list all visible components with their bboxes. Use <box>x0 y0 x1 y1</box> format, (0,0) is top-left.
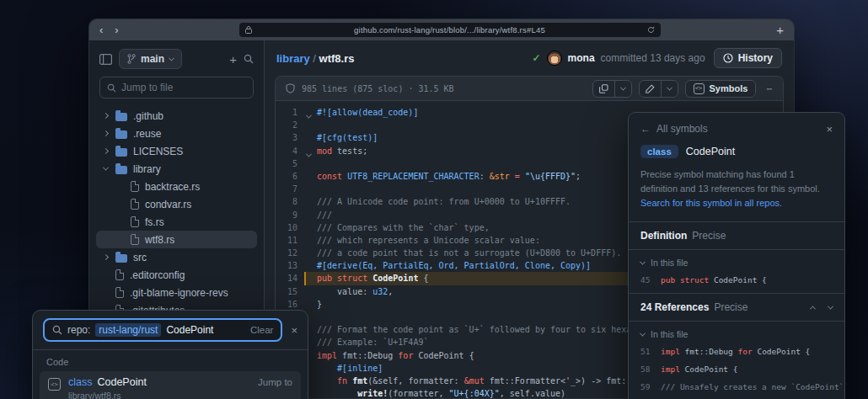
reference-row[interactable]: 58impl CodePoint { <box>629 360 844 378</box>
new-tab-button[interactable]: + <box>776 24 784 36</box>
reference-code: impl fmt::Debug for CodePoint { <box>661 347 810 356</box>
result-path: library/wtf8.rs <box>68 391 292 399</box>
results-section-label: Code <box>33 350 308 371</box>
edit-dropdown-button[interactable] <box>661 81 678 97</box>
line-number[interactable]: 13 <box>276 259 304 272</box>
code-token <box>317 389 357 398</box>
kebab-menu-button[interactable]: ⋯ <box>763 83 776 94</box>
search-result-item[interactable]: <> class CodePoint Jump to library/wtf8.… <box>40 371 301 399</box>
avatar[interactable] <box>547 51 562 66</box>
in-this-file-toggle[interactable]: In this file <box>629 250 844 271</box>
tree-item-.reuse[interactable]: .reuse <box>96 125 257 142</box>
close-icon[interactable]: × <box>291 324 297 337</box>
line-number[interactable]: 4 <box>276 145 304 157</box>
file-icon <box>131 181 139 192</box>
references-list: 51impl fmt::Debug for CodePoint {58impl … <box>629 343 844 399</box>
line-number[interactable]: 10 <box>276 221 304 234</box>
line-number[interactable]: 8 <box>276 195 304 208</box>
search-all-repos-link[interactable]: Search for this symbol in all repos. <box>640 198 782 208</box>
line-number[interactable]: 3 <box>276 131 304 144</box>
line-number[interactable]: 14 <box>276 272 304 285</box>
reference-row[interactable]: 59/// Unsafely creates a new `CodePoint`… <box>629 378 844 396</box>
breadcrumb-dir-link[interactable]: library <box>276 52 310 65</box>
reference-code: impl CodePoint { <box>661 364 738 374</box>
definition-row[interactable]: 45pub struct CodePoint { <box>629 271 844 289</box>
line-number[interactable]: 12 <box>276 247 304 259</box>
code-square-icon: <> <box>694 83 705 94</box>
clear-button[interactable]: Clear <box>250 325 273 335</box>
branch-selector[interactable]: main <box>119 49 182 69</box>
in-this-file-toggle[interactable]: In this file <box>629 322 844 343</box>
symbol-kind-badge: class <box>640 145 678 158</box>
code-token <box>317 364 337 373</box>
chevron-up-icon[interactable] <box>810 306 816 311</box>
code-token: CodePoint <box>367 274 418 283</box>
line-number[interactable]: 5 <box>276 157 304 170</box>
search-icon[interactable] <box>244 54 254 64</box>
tree-item-LICENSES[interactable]: LICENSES <box>96 142 257 160</box>
code-search-input[interactable]: repo: rust-lang/rust CodePoint Clear <box>43 318 282 342</box>
fold-chevron-icon[interactable] <box>307 109 311 119</box>
new-file-button[interactable]: + <box>229 53 237 66</box>
tree-item-fs.rs[interactable]: fs.rs <box>96 213 257 231</box>
jump-to-file-field[interactable] <box>121 82 246 93</box>
tree-item-label: fs.rs <box>145 216 164 228</box>
forward-button[interactable]: › <box>115 24 118 35</box>
tree-item-label: backtrace.rs <box>145 181 200 193</box>
folder-icon <box>115 254 127 263</box>
copy-icon[interactable] <box>593 81 614 97</box>
symbols-button[interactable]: <> Symbols <box>685 80 757 98</box>
reference-line-number: 58 <box>640 364 656 374</box>
history-button[interactable]: History <box>714 48 782 68</box>
all-symbols-back-link[interactable]: ← All symbols <box>640 123 708 135</box>
lock-icon <box>245 26 252 34</box>
line-number[interactable]: 1 <box>276 106 304 119</box>
tree-item-backtrace.rs[interactable]: backtrace.rs <box>96 178 257 195</box>
back-button[interactable]: ‹ <box>99 24 103 35</box>
code-token: , <box>388 287 393 296</box>
repo-filter-token[interactable]: rust-lang/rust <box>95 323 161 337</box>
tree-item-label: .editorconfig <box>130 269 185 281</box>
code-token: &mut <box>464 376 485 386</box>
line-number[interactable]: 16 <box>276 298 304 311</box>
line-number[interactable]: 9 <box>276 209 304 221</box>
chevron-icon <box>101 149 110 153</box>
line-number[interactable]: 6 <box>276 170 304 183</box>
tree-item-condvar.rs[interactable]: condvar.rs <box>96 195 257 213</box>
close-icon[interactable]: × <box>826 124 833 135</box>
reference-row[interactable]: 63pub unsafe fn from_u32_unchecked(value… <box>629 396 844 399</box>
commit-author[interactable]: mona <box>568 52 595 64</box>
fold-chevron-icon[interactable] <box>307 148 311 157</box>
collapse-sidebar-icon[interactable] <box>99 54 112 65</box>
code-token: (&self, formatter: <box>367 376 463 386</box>
copy-dropdown-button[interactable] <box>614 81 631 97</box>
line-number[interactable]: 11 <box>276 234 304 247</box>
code-token: for <box>398 351 413 360</box>
jump-to-file-input[interactable] <box>99 77 254 98</box>
code-token: /// which represents a Unicode scalar va… <box>317 236 540 245</box>
tree-item-.git-blame-ignore-revs[interactable]: .git-blame-ignore-revs <box>96 284 257 301</box>
tree-item-label: condvar.rs <box>145 199 191 210</box>
code-token: (formatter, <box>388 389 448 398</box>
file-icon <box>131 199 139 210</box>
folder-icon <box>115 148 127 157</box>
chevron-down-icon[interactable] <box>828 303 833 309</box>
address-bar[interactable]: github.com/rust-lang/rust/blob/.../libra… <box>239 23 661 37</box>
reference-row[interactable]: 51impl fmt::Debug for CodePoint { <box>629 343 844 360</box>
refresh-icon[interactable] <box>647 26 655 34</box>
tree-item-.github[interactable]: .github <box>96 107 257 125</box>
line-number[interactable]: 2 <box>276 119 304 131</box>
shield-icon <box>286 83 295 93</box>
tree-item-.editorconfig[interactable]: .editorconfig <box>96 266 257 284</box>
tree-item-src[interactable]: src <box>96 248 257 266</box>
tree-item-wtf8.rs[interactable]: wtf8.rs <box>96 231 257 248</box>
pencil-icon[interactable] <box>640 81 661 97</box>
code-token: CodePoint { <box>413 351 474 360</box>
symbols-panel: ← All symbols × class CodePoint Precise … <box>628 112 845 399</box>
code-token: const <box>317 172 342 181</box>
tree-item-library[interactable]: library <box>96 160 257 178</box>
code-token: pub struct <box>317 274 367 283</box>
line-number[interactable]: 7 <box>276 183 304 195</box>
line-number[interactable]: 15 <box>276 285 304 298</box>
chevron-right-icon <box>102 113 108 119</box>
